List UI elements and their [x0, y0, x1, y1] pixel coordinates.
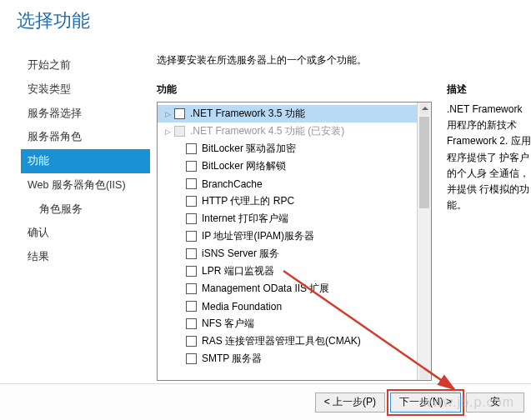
- description-heading: 描述: [447, 82, 531, 97]
- feature-label: BitLocker 网络解锁: [202, 159, 286, 173]
- prev-button[interactable]: < 上一步(P): [315, 392, 385, 412]
- feature-checkbox[interactable]: [186, 266, 197, 277]
- scrollbar-thumb[interactable]: [419, 117, 429, 208]
- feature-label: HTTP 代理上的 RPC: [202, 194, 294, 208]
- feature-label: SMTP 服务器: [202, 352, 262, 366]
- feature-label: BitLocker 驱动器加密: [202, 142, 296, 156]
- feature-item[interactable]: BitLocker 网络解锁: [158, 158, 417, 175]
- feature-checkbox[interactable]: [186, 143, 197, 154]
- sidebar-item-1[interactable]: 安装类型: [21, 78, 150, 102]
- feature-checkbox[interactable]: [186, 301, 197, 312]
- feature-label: iSNS Server 服务: [202, 247, 279, 261]
- feature-checkbox[interactable]: [186, 353, 197, 364]
- sidebar-item-6[interactable]: 角色服务: [21, 198, 150, 222]
- features-tree: ▷.NET Framework 3.5 功能▷.NET Framework 4.…: [157, 102, 432, 381]
- feature-checkbox[interactable]: [186, 178, 197, 189]
- feature-checkbox[interactable]: [186, 283, 197, 294]
- scroll-up-icon: [422, 107, 428, 110]
- page-title: 选择功能: [0, 0, 531, 45]
- feature-item[interactable]: HTTP 代理上的 RPC: [158, 192, 417, 210]
- feature-label: NFS 客户端: [202, 317, 254, 331]
- feature-item[interactable]: NFS 客户端: [158, 315, 417, 332]
- description-text: .NET Framework 用程序的新技术 Framework 2. 应用程序…: [447, 102, 531, 213]
- feature-item[interactable]: Management OData IIS 扩展: [158, 280, 417, 298]
- feature-item[interactable]: SMTP 服务器: [158, 350, 417, 368]
- feature-checkbox[interactable]: [186, 231, 197, 242]
- features-heading: 功能: [157, 82, 432, 97]
- sidebar-item-5[interactable]: Web 服务器角色(IIS): [21, 173, 150, 198]
- feature-checkbox[interactable]: [186, 336, 197, 347]
- scroll-down-icon: [422, 372, 428, 376]
- feature-checkbox[interactable]: [186, 213, 197, 224]
- feature-label: .NET Framework 4.5 功能 (已安装): [190, 124, 344, 138]
- sidebar-item-4[interactable]: 功能: [21, 149, 150, 173]
- wizard-sidebar: 开始之前安装类型服务器选择服务器角色功能Web 服务器角色(IIS)角色服务确认…: [21, 45, 150, 381]
- sidebar-item-0[interactable]: 开始之前: [21, 53, 150, 78]
- feature-item[interactable]: Internet 打印客户端: [158, 210, 417, 228]
- feature-checkbox: [174, 126, 185, 137]
- feature-item[interactable]: BitLocker 驱动器加密: [158, 140, 417, 158]
- feature-checkbox[interactable]: [186, 196, 197, 207]
- chevron-right-icon[interactable]: ▷: [163, 110, 173, 118]
- next-button[interactable]: 下一步(N) >: [390, 392, 461, 412]
- feature-item[interactable]: LPR 端口监视器: [158, 262, 417, 280]
- install-button[interactable]: 安: [466, 392, 524, 412]
- chevron-right-icon[interactable]: ▷: [163, 128, 173, 136]
- feature-label: BranchCache: [202, 178, 263, 190]
- feature-label: Media Foundation: [202, 301, 282, 312]
- wizard-footer: < 上一步(P) 下一步(N) > 安: [0, 383, 531, 420]
- sidebar-item-7[interactable]: 确认: [21, 221, 150, 245]
- feature-label: IP 地址管理(IPAM)服务器: [202, 229, 314, 243]
- feature-checkbox[interactable]: [174, 108, 185, 119]
- feature-label: Management OData IIS 扩展: [202, 282, 329, 296]
- sidebar-item-2[interactable]: 服务器选择: [21, 102, 150, 126]
- feature-checkbox[interactable]: [186, 248, 197, 259]
- feature-item[interactable]: BranchCache: [158, 175, 417, 192]
- feature-item[interactable]: Media Foundation: [158, 298, 417, 315]
- feature-label: .NET Framework 3.5 功能: [190, 107, 305, 121]
- sidebar-item-3[interactable]: 服务器角色: [21, 125, 150, 149]
- feature-label: LPR 端口监视器: [202, 264, 274, 278]
- instruction-text: 选择要安装在所选服务器上的一个或多个功能。: [157, 53, 531, 68]
- feature-checkbox[interactable]: [186, 318, 197, 329]
- feature-checkbox[interactable]: [186, 161, 197, 172]
- sidebar-item-8[interactable]: 结果: [21, 245, 150, 269]
- feature-item[interactable]: RAS 连接管理器管理工具包(CMAK): [158, 332, 417, 350]
- feature-item[interactable]: IP 地址管理(IPAM)服务器: [158, 228, 417, 245]
- feature-label: Internet 打印客户端: [202, 212, 288, 226]
- feature-label: RAS 连接管理器管理工具包(CMAK): [202, 334, 361, 348]
- feature-item[interactable]: ▷.NET Framework 3.5 功能: [158, 105, 417, 122]
- feature-item[interactable]: iSNS Server 服务: [158, 245, 417, 262]
- feature-item[interactable]: ▷.NET Framework 4.5 功能 (已安装): [158, 122, 417, 140]
- scrollbar[interactable]: [417, 102, 431, 380]
